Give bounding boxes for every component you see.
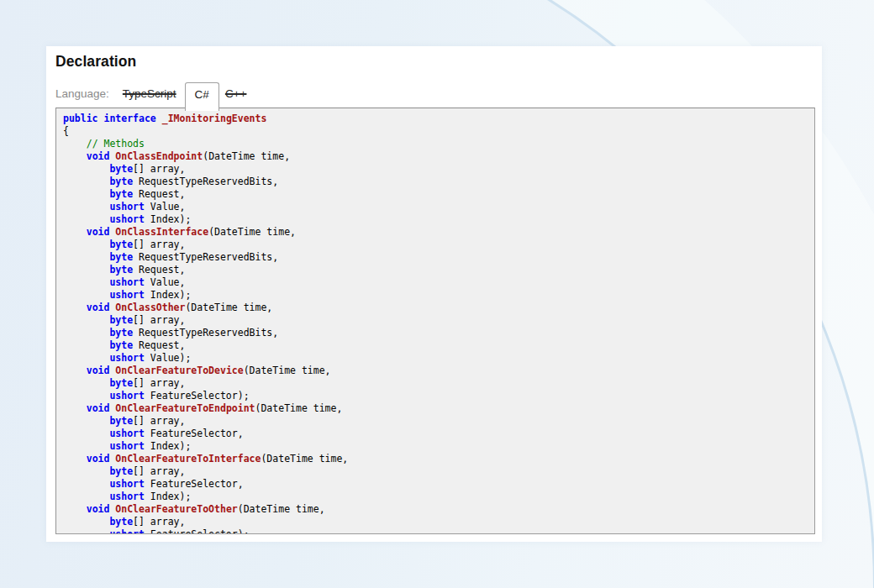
code-line: byte[] array, bbox=[63, 314, 808, 327]
code-line: byte RequestTypeReservedBits, bbox=[63, 251, 808, 264]
code-line: byte[] array, bbox=[63, 516, 808, 528]
code-line: byte RequestTypeReservedBits, bbox=[63, 327, 808, 339]
code-line: byte[] array, bbox=[63, 239, 808, 251]
code-line: ushort Index); bbox=[63, 440, 808, 453]
code-line: byte Request, bbox=[63, 264, 808, 276]
code-line: ushort FeatureSelector); bbox=[63, 528, 808, 534]
code-line: byte[] array, bbox=[63, 377, 808, 390]
code-line: ushort Value, bbox=[63, 276, 808, 289]
language-label: Language: bbox=[55, 87, 109, 108]
code-line: byte[] array, bbox=[63, 163, 808, 176]
code-line: { bbox=[63, 125, 808, 138]
code-line: byte Request, bbox=[63, 339, 808, 352]
code-line: byte[] array, bbox=[63, 465, 808, 478]
code-line: public interface _IMonitoringEvents bbox=[63, 113, 808, 125]
code-line: void OnClassOther(DateTime time, bbox=[63, 302, 808, 314]
page-title: Declaration bbox=[55, 53, 822, 71]
code-line: byte RequestTypeReservedBits, bbox=[63, 176, 808, 188]
code-line: ushort FeatureSelector, bbox=[63, 428, 808, 440]
code-line: ushort FeatureSelector); bbox=[63, 390, 808, 402]
language-tab-bar: Language: TypeScript C# C++ bbox=[55, 80, 822, 108]
code-line: byte[] array, bbox=[63, 415, 808, 428]
code-line: ushort Value, bbox=[63, 201, 808, 213]
tab-cpp[interactable]: C++ bbox=[225, 87, 247, 108]
code-line: void OnClearFeatureToDevice(DateTime tim… bbox=[63, 365, 808, 377]
code-line: ushort Index); bbox=[63, 491, 808, 503]
code-line: // Methods bbox=[63, 138, 808, 150]
code-line: void OnClearFeatureToEndpoint(DateTime t… bbox=[63, 402, 808, 415]
code-line: void OnClassInterface(DateTime time, bbox=[63, 226, 808, 239]
code-line: ushort Index); bbox=[63, 213, 808, 226]
code-line: void OnClearFeatureToOther(DateTime time… bbox=[63, 503, 808, 516]
code-line: byte Request, bbox=[63, 188, 808, 201]
code-line: void OnClearFeatureToInterface(DateTime … bbox=[63, 453, 808, 465]
code-line: void OnClassEndpoint(DateTime time, bbox=[63, 150, 808, 163]
content-card: Declaration Language: TypeScript C# C++ … bbox=[46, 46, 822, 542]
code-line: ushort FeatureSelector, bbox=[63, 478, 808, 491]
tab-csharp[interactable]: C# bbox=[185, 82, 219, 111]
code-line: ushort Value); bbox=[63, 352, 808, 365]
code-block: public interface _IMonitoringEvents{ // … bbox=[55, 108, 815, 534]
tab-typescript[interactable]: TypeScript bbox=[123, 87, 176, 108]
code-line: ushort Index); bbox=[63, 289, 808, 302]
